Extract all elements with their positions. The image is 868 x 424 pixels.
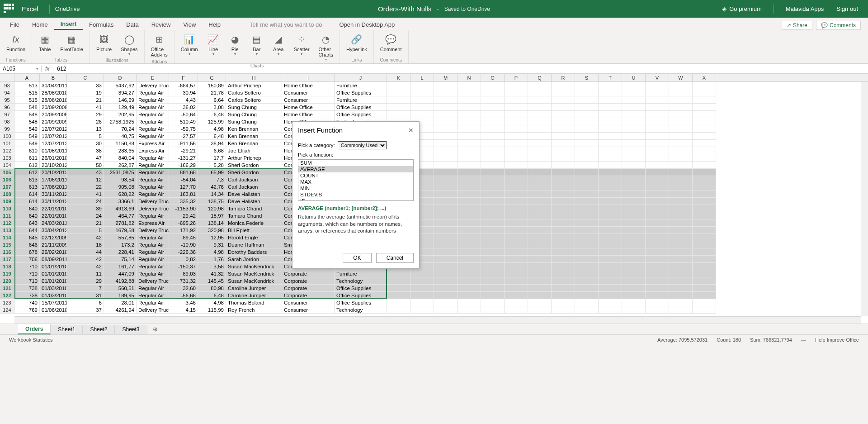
cell[interactable]: [410, 292, 434, 299]
cell[interactable]: 89,45: [169, 234, 198, 241]
cell[interactable]: [552, 125, 575, 133]
column-header[interactable]: C: [67, 74, 104, 81]
cell[interactable]: -166,29: [169, 162, 198, 169]
cell[interactable]: 11: [67, 270, 104, 277]
cell[interactable]: [528, 285, 552, 292]
cell[interactable]: [669, 169, 693, 176]
cell[interactable]: [410, 111, 434, 118]
cell[interactable]: [505, 169, 528, 176]
cell[interactable]: 1150,88: [104, 140, 137, 147]
cell[interactable]: 29: [67, 277, 104, 285]
cell[interactable]: Regular Air: [137, 234, 169, 241]
cell[interactable]: [575, 183, 599, 191]
cell[interactable]: [505, 125, 528, 133]
row-header[interactable]: 123: [0, 299, 14, 306]
cell[interactable]: [599, 299, 622, 306]
cell[interactable]: [669, 111, 693, 118]
cell[interactable]: [481, 104, 505, 111]
cell[interactable]: -56,68: [169, 292, 198, 299]
cell[interactable]: [646, 256, 669, 263]
ok-button[interactable]: OK: [343, 253, 371, 263]
row-header[interactable]: 96: [0, 104, 14, 111]
cell[interactable]: [458, 292, 481, 299]
row-header[interactable]: 118: [0, 263, 14, 270]
cell[interactable]: [693, 133, 716, 140]
cell[interactable]: 740: [14, 299, 40, 306]
column-header[interactable]: W: [669, 74, 693, 81]
cell[interactable]: 41: [67, 104, 104, 111]
cell[interactable]: [481, 140, 505, 147]
cell[interactable]: 6,64: [198, 96, 226, 104]
cell[interactable]: 557,85: [104, 234, 137, 241]
cell[interactable]: 3,08: [198, 104, 226, 111]
cell[interactable]: Office Supplies: [335, 285, 387, 292]
cell[interactable]: 5,28: [198, 162, 226, 169]
cell[interactable]: Carl Jackson: [226, 176, 282, 183]
cell[interactable]: Consumer: [282, 306, 335, 314]
cell[interactable]: [505, 292, 528, 299]
cell[interactable]: 93,54: [104, 176, 137, 183]
cell[interactable]: -10,90: [169, 241, 198, 248]
cell[interactable]: [622, 176, 646, 183]
cell[interactable]: [481, 219, 505, 227]
row-header[interactable]: 108: [0, 191, 14, 198]
cell[interactable]: Carl Jackson: [226, 183, 282, 191]
cell[interactable]: [481, 82, 505, 89]
cell[interactable]: [528, 227, 552, 234]
cell[interactable]: 614: [14, 198, 40, 205]
cell[interactable]: [552, 234, 575, 241]
cell[interactable]: Susan MacKendrick: [226, 277, 282, 285]
cell[interactable]: [552, 104, 575, 111]
cell[interactable]: [599, 270, 622, 277]
cell[interactable]: [646, 241, 669, 248]
cell[interactable]: [387, 299, 410, 306]
cell[interactable]: [622, 111, 646, 118]
cell[interactable]: [505, 183, 528, 191]
cell[interactable]: [410, 104, 434, 111]
cell[interactable]: -131,27: [169, 154, 198, 162]
cell[interactable]: [693, 96, 716, 104]
cell[interactable]: [528, 191, 552, 198]
cell[interactable]: [646, 270, 669, 277]
cell[interactable]: 4,98: [198, 299, 226, 306]
tab-insert[interactable]: Insert: [54, 19, 83, 30]
cell[interactable]: [458, 270, 481, 277]
cell[interactable]: [505, 96, 528, 104]
cell[interactable]: [387, 277, 410, 285]
cell[interactable]: 283,65: [104, 147, 137, 154]
cell[interactable]: 646: [14, 241, 40, 248]
cell[interactable]: Ken Brennan: [226, 133, 282, 140]
cell[interactable]: 12/07/2012: [40, 133, 67, 140]
cell[interactable]: [693, 147, 716, 154]
cell[interactable]: Sheri Gordon: [226, 169, 282, 176]
cell[interactable]: -1153,90: [169, 205, 198, 212]
cell[interactable]: [693, 256, 716, 263]
cell[interactable]: 08/09/2011: [40, 256, 67, 263]
cell[interactable]: [434, 162, 458, 169]
cell[interactable]: [669, 227, 693, 234]
cell[interactable]: Home Office: [282, 82, 335, 89]
service-name[interactable]: OneDrive: [55, 5, 80, 12]
column-header[interactable]: U: [622, 74, 646, 81]
column-header[interactable]: Q: [528, 74, 552, 81]
cell[interactable]: 6,68: [198, 147, 226, 154]
cell[interactable]: 42: [67, 256, 104, 263]
cell[interactable]: 12,95: [198, 234, 226, 241]
cell[interactable]: [669, 183, 693, 191]
cell[interactable]: [599, 263, 622, 270]
cell[interactable]: [575, 270, 599, 277]
cell[interactable]: [552, 241, 575, 248]
cell[interactable]: Home Office: [282, 111, 335, 118]
cell[interactable]: [646, 176, 669, 183]
cell[interactable]: 12/07/2012: [40, 140, 67, 147]
cell[interactable]: Furniture: [335, 96, 387, 104]
cell[interactable]: 138,14: [198, 219, 226, 227]
insert-function-button[interactable]: fxFunction: [5, 32, 27, 53]
cell[interactable]: [575, 227, 599, 234]
cell[interactable]: [434, 191, 458, 198]
row-header[interactable]: 99: [0, 125, 14, 133]
cell[interactable]: 610: [14, 147, 40, 154]
cell[interactable]: 129,49: [104, 104, 137, 111]
cell[interactable]: [669, 292, 693, 299]
cell[interactable]: [481, 169, 505, 176]
